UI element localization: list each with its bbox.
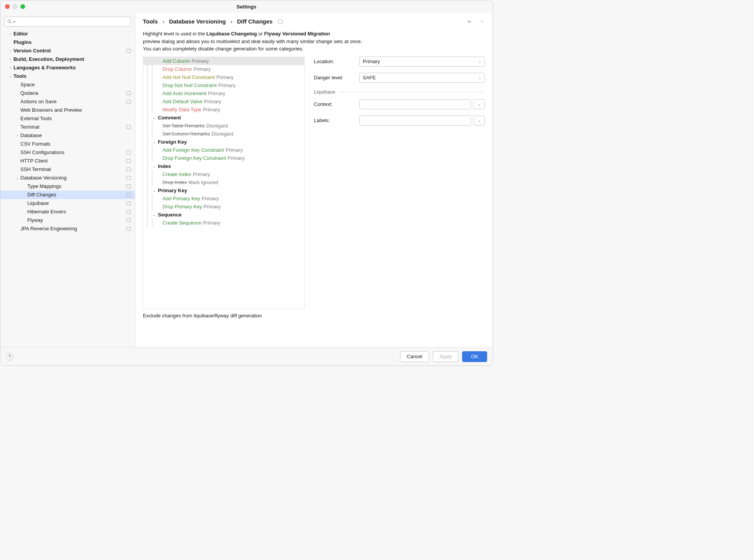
tree-item[interactable]: Add ColumnPrimary (143, 57, 304, 65)
sidebar-item-label: SSH Terminal (20, 165, 51, 174)
scope-badge-icon (126, 184, 131, 188)
sidebar-item-liquibase[interactable]: Liquibase (0, 199, 135, 208)
sidebar-item-ssh-configurations[interactable]: SSH Configurations (0, 148, 135, 157)
tree-item[interactable]: Add Not Null ConstraintPrimary (143, 73, 304, 81)
tree-item[interactable]: Set Table RemarksDisregard (143, 122, 304, 130)
tree-item[interactable]: Drop Not Null ConstraintPrimary (143, 81, 304, 89)
sidebar-item-ssh-terminal[interactable]: SSH Terminal (0, 165, 135, 174)
sidebar-item-qodana[interactable]: Qodana (0, 89, 135, 97)
tree-group-label: Index (158, 163, 171, 169)
sidebar-item-label: Editor (13, 30, 28, 38)
sidebar-item-terminal[interactable]: Terminal (0, 123, 135, 131)
tree-guide (147, 170, 148, 178)
help-button[interactable]: ? (6, 353, 13, 360)
sidebar-item-flyway[interactable]: Flyway (0, 216, 135, 225)
settings-tree[interactable]: ›EditorPlugins›Version Control›Build, Ex… (0, 29, 135, 347)
tree-group-index[interactable]: ⌄Index (143, 162, 304, 170)
search-field[interactable] (17, 18, 128, 25)
scope-badge-icon (126, 168, 131, 171)
tree-item[interactable]: Create SequencePrimary (143, 219, 304, 227)
location-select[interactable]: Primary ⌄ (359, 57, 485, 67)
danger-level-select[interactable]: SAFE ⌄ (359, 73, 485, 83)
sidebar-item-build-execution-deployment[interactable]: ›Build, Execution, Deployment (0, 55, 135, 64)
back-button[interactable] (466, 19, 473, 24)
tree-group-primary-key[interactable]: ⌄Primary Key (143, 186, 304, 194)
search-input[interactable]: ▾ (4, 17, 131, 27)
sidebar-item-actions-on-save[interactable]: Actions on Save (0, 97, 135, 106)
sidebar-item-type-mappings[interactable]: Type Mappings (0, 182, 135, 191)
tree-item[interactable]: Drop Primary KeyPrimary (143, 203, 304, 211)
sidebar-item-version-control[interactable]: ›Version Control (0, 47, 135, 55)
tree-item-action: Drop Not Null Constraint (163, 82, 217, 88)
sidebar-item-hibernate-envers[interactable]: Hibernate Envers (0, 208, 135, 216)
sidebar-item-label: Terminal (20, 123, 39, 131)
sidebar-item-database[interactable]: ›Database (0, 131, 135, 140)
chevron-down-icon: ⌄ (152, 140, 156, 144)
ok-button[interactable]: OK (462, 351, 487, 362)
tree-guide (152, 130, 152, 138)
tree-guide (152, 122, 152, 130)
danger-level-label: Danger level: (314, 75, 359, 80)
forward-button (478, 19, 485, 24)
labels-expand-button[interactable]: ⌄ (473, 116, 485, 126)
breadcrumb-tools[interactable]: Tools (143, 18, 158, 25)
sidebar-item-tools[interactable]: ⌄Tools (0, 72, 135, 80)
tree-item[interactable]: Add Foreign Key ConstraintPrimary (143, 146, 304, 154)
sidebar-item-csv-formats[interactable]: CSV Formats (0, 140, 135, 148)
tree-item[interactable]: Drop IndexMark Ignored (143, 178, 304, 186)
sidebar-item-space[interactable]: Space (0, 80, 135, 89)
sidebar-item-label: Plugins (13, 38, 32, 47)
tree-item[interactable]: Create IndexPrimary (143, 170, 304, 178)
chevron-right-icon: › (8, 30, 13, 38)
search-dropdown-icon[interactable]: ▾ (13, 20, 15, 24)
tree-group-comment[interactable]: ⌄Comment (143, 114, 304, 122)
tree-group-sequence[interactable]: ⌄Sequence (143, 211, 304, 219)
tree-item[interactable]: Set Column RemarksDisregard (143, 130, 304, 138)
diff-changes-tree[interactable]: Add ColumnPrimaryDrop ColumnPrimaryAdd N… (143, 57, 305, 309)
sidebar-item-external-tools[interactable]: External Tools (0, 114, 135, 123)
location-label: Location: (314, 59, 359, 64)
sidebar-item-diff-changes[interactable]: Diff Changes (0, 191, 135, 199)
sidebar-item-plugins[interactable]: Plugins (0, 38, 135, 47)
tree-guide (152, 106, 152, 114)
labels-input[interactable] (359, 116, 471, 126)
tree-guide (152, 97, 152, 106)
tree-item-action: Modify Data Type (163, 107, 201, 112)
tree-item[interactable]: Modify Data TypePrimary (143, 106, 304, 114)
sidebar-item-label: Build, Execution, Deployment (13, 55, 84, 64)
context-expand-button[interactable]: ⌄ (473, 99, 485, 109)
tree-guide (147, 219, 148, 227)
scope-badge-icon (126, 100, 131, 104)
context-input[interactable] (359, 99, 471, 109)
sidebar-item-database-versioning[interactable]: ⌄Database Versioning (0, 174, 135, 182)
sidebar-item-jpa-reverse-engineering[interactable]: JPA Reverse Engineering (0, 225, 135, 233)
tree-guide (147, 97, 148, 106)
sidebar-item-editor[interactable]: ›Editor (0, 30, 135, 38)
tree-guide (147, 57, 148, 65)
chevron-down-icon: ⌄ (478, 59, 481, 64)
tree-item[interactable]: Drop ColumnPrimary (143, 65, 304, 73)
chevron-down-icon: ⌄ (152, 164, 156, 168)
context-label: Context: (314, 101, 359, 107)
tree-guide (147, 89, 148, 97)
scope-badge-icon (126, 227, 131, 231)
tree-item[interactable]: Add Default ValuePrimary (143, 97, 304, 106)
cancel-button[interactable]: Cancel (400, 351, 429, 362)
tree-item[interactable]: Drop Foreign Key ConstraintPrimary (143, 154, 304, 162)
tree-group-label: Primary Key (158, 188, 187, 193)
tree-item[interactable]: Add Auto IncrementPrimary (143, 89, 304, 97)
scope-badge-icon (278, 20, 283, 23)
tree-item-location: Disregard (206, 123, 228, 129)
tree-group-foreign-key[interactable]: ⌄Foreign Key (143, 138, 304, 146)
breadcrumb-db-versioning[interactable]: Database Versioning (169, 18, 226, 25)
tree-guide (152, 57, 152, 65)
tree-item[interactable]: Add Primary KeyPrimary (143, 194, 304, 203)
sidebar-item-languages-frameworks[interactable]: ›Languages & Frameworks (0, 64, 135, 72)
tree-item-location: Primary (216, 74, 234, 80)
intro-text: Highlight level is used in the Liquibase… (143, 30, 485, 53)
tree-guide (152, 194, 152, 203)
tree-guide (152, 73, 152, 81)
tree-item-action: Set Column Remarks (163, 131, 210, 137)
sidebar-item-http-client[interactable]: HTTP Client (0, 157, 135, 165)
sidebar-item-web-browsers-and-preview[interactable]: Web Browsers and Preview (0, 106, 135, 114)
